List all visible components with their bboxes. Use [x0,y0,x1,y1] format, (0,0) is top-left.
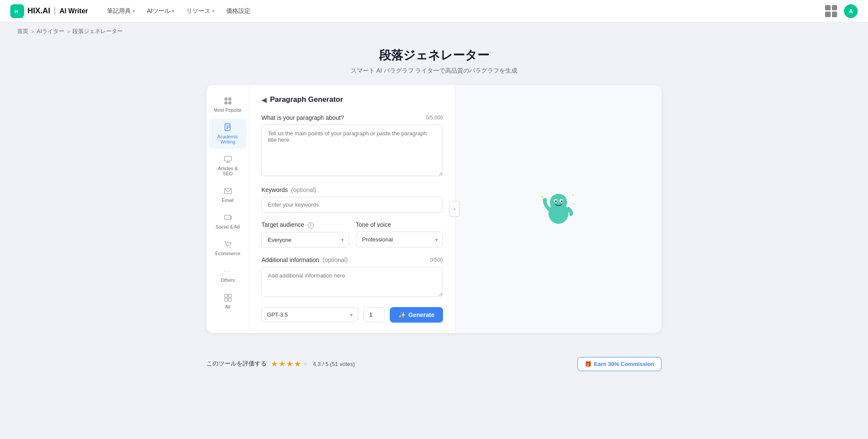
tool-card: Most Popular Academic Writing [206,85,662,333]
grid-squares-icon [223,96,233,106]
nav-logo[interactable]: H HIX.AI | AI Writer [10,4,88,18]
sidebar-label-all: All [225,304,230,309]
target-audience-label-row: Target audience i [261,221,349,229]
tone-label: Tone of voice [356,221,392,228]
tone-field-group: Tone of voice Professional Casual Formal… [356,221,443,248]
svg-rect-20 [225,294,228,297]
svg-point-18 [227,247,228,247]
count-input[interactable] [363,307,385,322]
keywords-field-group: Keywords (optional) [261,186,443,213]
cart-icon [223,240,233,249]
sidebar-item-academic-writing[interactable]: Academic Writing [209,119,246,149]
model-select[interactable]: GPT-3.5 GPT-4 [261,307,358,322]
model-select-wrap: GPT-3.5 GPT-4 ▾ [261,307,358,322]
hero-section: 段落ジェネレーター スマート AI パラグラフ ライターで高品質のパラグラフを生… [0,40,868,85]
svg-rect-21 [228,294,231,297]
earn-commission-button[interactable]: 🎁 Earn 30% Commission [577,357,662,371]
additional-textarea[interactable] [261,267,443,297]
sidebar-item-most-popular[interactable]: Most Popular [209,92,246,117]
sidebar: Most Popular Academic Writing [206,85,249,333]
nav-brand: AI Writer [60,7,88,15]
navbar: H HIX.AI | AI Writer 筆記用具 ▾ AIツール ▾ リソース… [0,0,868,22]
mascot: ✦ ✦ ✦ [537,187,580,230]
keywords-input[interactable] [261,197,443,213]
sidebar-label-academic-writing: Academic Writing [212,134,243,144]
svg-rect-2 [225,98,228,101]
svg-rect-4 [225,101,228,104]
breadcrumb-sep-2: > [67,28,70,35]
breadcrumb-current: 段落ジェネレーター [73,27,123,35]
star-3[interactable]: ★ [286,359,293,369]
star-5[interactable]: ★ [302,359,309,369]
generate-icon: ✨ [398,311,406,318]
all-grid-icon [223,293,233,302]
chevron-down-icon: ▾ [133,9,135,13]
star-2[interactable]: ★ [279,359,285,369]
logo-text: HIX.AI [27,6,50,15]
sidebar-item-all[interactable]: All [209,289,246,314]
email-icon [223,186,233,196]
stars: ★ ★ ★ ★ ★ [271,359,309,369]
logo-icon: H [10,4,24,18]
nav-item-writing-tools[interactable]: 筆記用具 ▾ [102,5,140,18]
paragraph-textarea[interactable] [261,125,443,176]
paragraph-label: What is your paragraph about? [261,114,344,121]
nav-divider: | [54,6,56,16]
page-title: 段落ジェネレーター [17,47,851,64]
panel-header: ◀ Paragraph Generator [261,95,443,104]
form-panel: ◀ Paragraph Generator What is your parag… [249,85,455,333]
svg-rect-23 [228,298,231,301]
back-button[interactable]: ◀ [261,96,267,104]
sidebar-label-ecommerce: Ecommerce [215,251,240,256]
avatar[interactable]: A [844,4,858,18]
tone-label-row: Tone of voice [356,221,443,228]
keywords-label: Keywords (optional) [261,186,316,193]
nav-right: A [825,4,858,18]
monitor-icon [223,155,233,164]
gift-icon: 🎁 [585,361,592,367]
generate-button[interactable]: ✨ Generate [390,307,443,323]
breadcrumb-home[interactable]: 首页 [17,27,28,35]
sidebar-item-others[interactable]: ··· Others [209,262,246,287]
audience-tone-row: Target audience i Everyone Professionals… [261,221,443,256]
target-audience-select[interactable]: Everyone Professionals Students Beginner… [261,232,349,248]
footer-bar: このツールを評価する ★ ★ ★ ★ ★ 4.3 / 5 (51 votes) … [189,350,679,378]
svg-text:✦: ✦ [540,194,544,200]
sidebar-item-articles-seo[interactable]: Articles & SEO [209,150,246,180]
star-1[interactable]: ★ [271,359,278,369]
rating-label: このツールを評価する [206,360,267,368]
nav-item-resources[interactable]: リソース ▾ [181,5,219,18]
additional-field-group: Additional information (optional) 0/500 [261,256,443,299]
grid-icon[interactable] [825,5,837,17]
keywords-label-row: Keywords (optional) [261,186,443,193]
star-4[interactable]: ★ [294,359,301,369]
nav-menu: 筆記用具 ▾ AIツール ▾ リソース ▾ 価格設定 [102,5,811,18]
paragraph-field-group: What is your paragraph about? 0/5,000 [261,114,443,178]
paragraph-counter: 0/5,000 [426,115,443,121]
tone-select[interactable]: Professional Casual Formal Friendly [356,232,443,247]
svg-rect-5 [228,101,231,104]
page-subtitle: スマート AI パラグラフ ライターで高品質のパラグラフを生成 [17,67,851,75]
additional-label: Additional information (optional) [261,256,348,263]
breadcrumb-ai-writer[interactable]: AIライター [37,27,64,35]
svg-point-25 [550,194,567,211]
social-icon [223,213,233,223]
collapse-button[interactable]: « [449,201,460,216]
svg-text:✦: ✦ [573,203,575,206]
svg-rect-14 [225,215,231,220]
sidebar-item-email[interactable]: Email [209,182,246,207]
svg-point-19 [229,247,230,247]
svg-rect-10 [225,156,231,161]
paragraph-label-row: What is your paragraph about? 0/5,000 [261,114,443,121]
sidebar-label-social-ad: Social & Ad [215,224,240,229]
target-audience-select-wrap: Everyone Professionals Students Beginner… [261,232,349,248]
svg-text:H: H [15,9,18,14]
main-container: Most Popular Academic Writing [189,85,679,350]
nav-item-ai-tools[interactable]: AIツール ▾ [142,5,179,18]
sidebar-label-others: Others [221,277,235,283]
sidebar-item-ecommerce[interactable]: Ecommerce [209,235,246,260]
sidebar-item-social-ad[interactable]: Social & Ad [209,209,246,234]
chevron-down-icon: ▾ [212,9,214,13]
nav-item-pricing[interactable]: 価格設定 [221,5,255,18]
info-icon[interactable]: i [308,223,314,229]
